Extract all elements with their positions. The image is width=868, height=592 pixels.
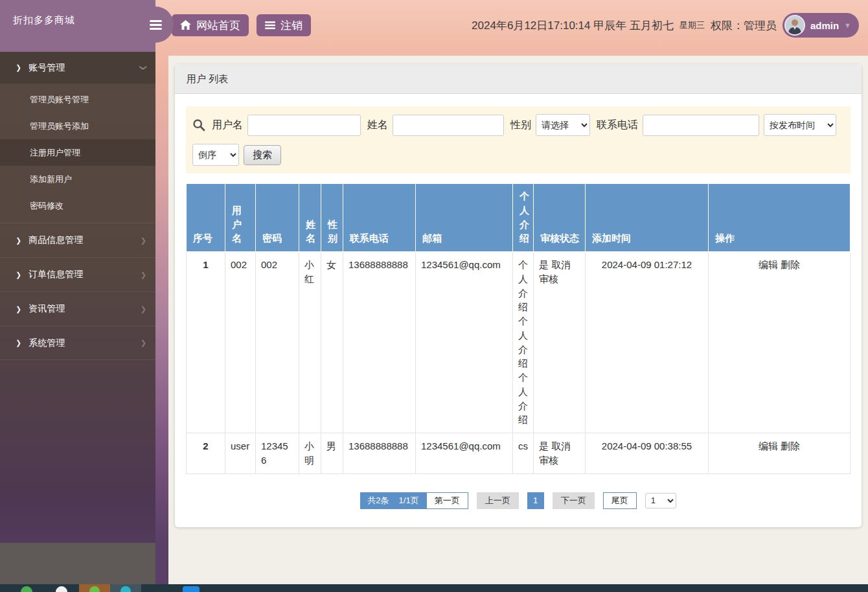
sidebar-item-registered-user-manage[interactable]: 注册用户管理 <box>0 139 155 166</box>
col-added-time: 添加时间 <box>586 184 709 252</box>
sidebar-group-orders[interactable]: ❯ 订单信息管理 ❯ <box>0 257 155 291</box>
home-icon <box>180 20 191 30</box>
cell-username: 002 <box>225 252 256 433</box>
chevron-right-icon: ❯ <box>16 339 21 347</box>
col-password: 密码 <box>256 184 299 252</box>
sidebar-item-admin-account-add[interactable]: 管理员账号添加 <box>0 113 155 139</box>
audit-status-value: 是 <box>539 259 549 270</box>
col-gender: 性别 <box>321 184 343 252</box>
phone-search-label: 联系电话 <box>597 119 638 132</box>
user-list-panel: 用户 列表 用户名 姓名 性别 请选择 联系电话 按发布时间 倒序 <box>175 64 862 527</box>
sidebar-group-products[interactable]: ❯ 商品信息管理 ❯ <box>0 223 155 257</box>
cell-username: user <box>225 433 256 474</box>
cell-intro: 个人介绍个人介绍个人介绍 <box>513 252 534 433</box>
search-icon <box>192 119 205 131</box>
cell-gender: 女 <box>321 252 343 433</box>
chevron-down-icon: ❯ <box>139 65 148 71</box>
account-submenu: 管理员账号管理 管理员账号添加 注册用户管理 添加新用户 密码修改 <box>0 84 155 223</box>
first-page-button[interactable]: 第一页 <box>426 492 468 509</box>
user-menu[interactable]: admin ▼ <box>782 13 859 38</box>
sidebar-footer <box>0 543 155 584</box>
pagination-info: 共2条 1/1页 <box>360 492 426 509</box>
username-search-label: 用户名 <box>212 119 243 132</box>
cell-password: 123456 <box>256 433 299 474</box>
hamburger-icon <box>150 20 162 30</box>
cell-intro: cs <box>513 433 534 474</box>
sidebar: 折扣多多商城 ❯ 账号管理 ❯ 管理员账号管理 管理员账号添加 注册用户管理 添… <box>0 0 155 584</box>
sidebar-group-account[interactable]: ❯ 账号管理 ❯ <box>0 52 155 84</box>
chevron-right-icon: ❯ <box>16 236 21 245</box>
name-search-label: 姓名 <box>367 119 388 132</box>
sidebar-group-system[interactable]: ❯ 系统管理 ❯ <box>0 326 155 360</box>
next-page-button[interactable]: 下一页 <box>553 492 595 509</box>
avatar <box>784 15 805 36</box>
sidebar-group-label: 账号管理 <box>29 62 65 74</box>
table-header-row: 序号 用户名 密码 姓名 性别 联系电话 邮箱 个人介绍 审核状态 添加时间 操… <box>187 184 851 252</box>
delete-link[interactable]: 删除 <box>781 259 800 270</box>
gender-search-label: 性别 <box>510 119 531 132</box>
edit-link[interactable]: 编辑 <box>759 259 778 270</box>
col-index: 序号 <box>187 184 225 252</box>
cell-audit-status: 是 取消审核 <box>534 433 586 474</box>
cell-index: 1 <box>187 252 225 433</box>
cell-email: 1234561@qq.com <box>416 252 513 433</box>
sidebar-item-add-new-user[interactable]: 添加新用户 <box>0 166 155 192</box>
cell-index: 2 <box>187 433 225 474</box>
username-search-input[interactable] <box>247 115 361 136</box>
col-username: 用户名 <box>225 184 256 252</box>
caret-down-icon: ▼ <box>844 21 851 29</box>
site-home-label: 网站首页 <box>196 18 240 33</box>
page-select[interactable]: 1 <box>645 493 676 508</box>
name-search-input[interactable] <box>393 115 504 136</box>
phone-search-input[interactable] <box>643 115 759 136</box>
prev-page-button[interactable]: 上一页 <box>477 492 519 509</box>
sidebar-item-admin-account-manage[interactable]: 管理员账号管理 <box>0 86 155 113</box>
audit-status-value: 是 <box>539 440 549 451</box>
sidebar-toggle-button[interactable] <box>137 6 174 43</box>
site-home-button[interactable]: 网站首页 <box>172 14 249 36</box>
search-button[interactable]: 搜索 <box>244 145 281 165</box>
last-page-button[interactable]: 尾页 <box>603 492 637 509</box>
taskbar-app-icon[interactable] <box>21 586 32 592</box>
sidebar-item-change-password[interactable]: 密码修改 <box>0 192 155 219</box>
current-page-indicator[interactable]: 1 <box>527 492 544 509</box>
taskbar-app-icon[interactable] <box>89 586 100 592</box>
taskbar-app-icon[interactable] <box>120 586 131 592</box>
page-count: 1/1页 <box>399 495 419 507</box>
gender-select[interactable]: 请选择 <box>536 114 590 136</box>
logout-button[interactable]: 注销 <box>257 14 311 36</box>
sort-field-select[interactable]: 按发布时间 <box>764 114 836 136</box>
chevron-right-icon: ❯ <box>16 63 21 72</box>
cell-gender: 男 <box>321 433 343 474</box>
sidebar-group-label: 商品信息管理 <box>29 234 83 246</box>
os-taskbar <box>0 584 868 592</box>
taskbar-app-icon[interactable] <box>56 586 67 592</box>
topbar-right: 2024年6月12日17:10:14 甲辰年 五月初七 星期三 权限：管理员 a… <box>472 13 868 38</box>
sidebar-group-news[interactable]: ❯ 资讯管理 ❯ <box>0 291 155 326</box>
main-content: 用户 列表 用户名 姓名 性别 请选择 联系电话 按发布时间 倒序 <box>168 56 868 584</box>
delete-link[interactable]: 删除 <box>781 440 800 451</box>
taskbar-app-icon[interactable] <box>183 586 200 592</box>
weekday-text: 星期三 <box>680 19 705 31</box>
cell-password: 002 <box>256 252 299 433</box>
pagination: 共2条 1/1页 第一页 上一页 1 下一页 尾页 1 <box>186 492 851 509</box>
chevron-right-icon: ❯ <box>141 236 146 245</box>
edit-link[interactable]: 编辑 <box>759 440 778 451</box>
chevron-right-icon: ❯ <box>16 271 21 279</box>
cell-email: 1234561@qq.com <box>416 433 513 474</box>
cell-actions: 编辑 删除 <box>709 252 851 433</box>
chevron-right-icon: ❯ <box>16 305 21 313</box>
sidebar-group-label: 资讯管理 <box>29 303 65 315</box>
panel-body: 用户名 姓名 性别 请选择 联系电话 按发布时间 倒序 搜索 <box>175 94 862 509</box>
cell-phone: 13688888888 <box>343 433 416 474</box>
topbar: 网站首页 注销 2024年6月12日17:10:14 甲辰年 五月初七 星期三 … <box>155 0 868 51</box>
permission-text: 权限：管理员 <box>711 18 777 33</box>
cell-added-time: 2024-04-09 01:27:12 <box>586 252 709 433</box>
logo-block: 折扣多多商城 <box>0 0 155 52</box>
sort-order-select[interactable]: 倒序 <box>192 144 239 166</box>
username-label: admin <box>810 20 839 31</box>
panel-title: 用户 列表 <box>175 64 862 94</box>
chevron-right-icon: ❯ <box>141 339 146 347</box>
app-logo: 折扣多多商城 <box>13 14 75 27</box>
cell-added-time: 2024-04-09 00:38:55 <box>586 433 709 474</box>
